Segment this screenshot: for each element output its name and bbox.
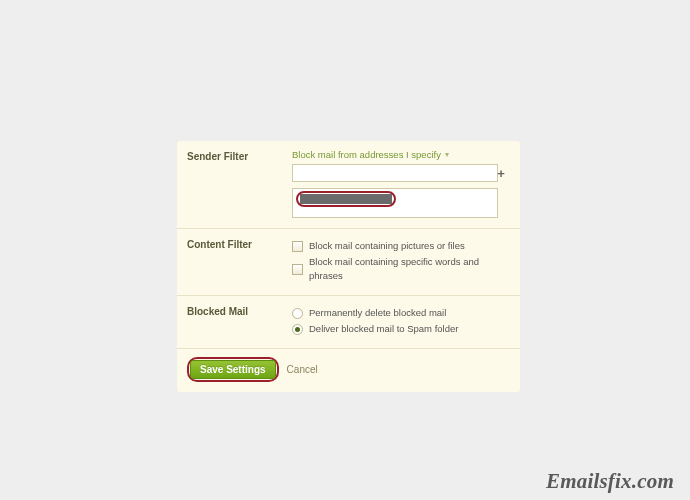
redacted-entry-icon xyxy=(300,194,392,204)
opt-perm-delete[interactable]: Permanently delete blocked mail xyxy=(292,306,510,320)
opt-deliver-spam[interactable]: Deliver blocked mail to Spam folder xyxy=(292,322,510,336)
redacted-highlight xyxy=(296,191,396,207)
watermark: Emailsfix.com xyxy=(546,469,674,494)
save-button[interactable]: Save Settings xyxy=(190,360,276,379)
cancel-button[interactable]: Cancel xyxy=(287,364,318,375)
section-sender-filter: Sender Filter Block mail from addresses … xyxy=(177,141,520,229)
footer: Save Settings Cancel xyxy=(177,349,520,392)
address-input[interactable] xyxy=(292,164,498,182)
radio-icon[interactable] xyxy=(292,308,303,319)
settings-panel: Sender Filter Block mail from addresses … xyxy=(177,141,520,392)
checkbox-icon[interactable] xyxy=(292,264,303,275)
opt-block-words-label: Block mail containing specific words and… xyxy=(309,255,510,283)
address-input-row: + xyxy=(292,164,510,182)
section-content-filter: Content Filter Block mail containing pic… xyxy=(177,229,520,296)
content-filter-body: Block mail containing pictures or files … xyxy=(292,237,510,285)
plus-icon: + xyxy=(497,166,505,181)
sender-filter-mode-text: Block mail from addresses I specify xyxy=(292,149,441,160)
opt-block-pictures-label: Block mail containing pictures or files xyxy=(309,239,465,253)
add-address-button[interactable]: + xyxy=(492,164,510,182)
opt-deliver-spam-label: Deliver blocked mail to Spam folder xyxy=(309,322,458,336)
radio-icon[interactable] xyxy=(292,324,303,335)
section-blocked-mail: Blocked Mail Permanently delete blocked … xyxy=(177,296,520,349)
save-highlight: Save Settings xyxy=(187,357,279,382)
opt-perm-delete-label: Permanently delete blocked mail xyxy=(309,306,446,320)
checkbox-icon[interactable] xyxy=(292,241,303,252)
sender-filter-label: Sender Filter xyxy=(187,149,292,218)
blocked-mail-body: Permanently delete blocked mail Deliver … xyxy=(292,304,510,338)
sender-filter-mode-dropdown[interactable]: Block mail from addresses I specify ▾ xyxy=(292,149,449,160)
content-filter-label: Content Filter xyxy=(187,237,292,285)
opt-block-pictures[interactable]: Block mail containing pictures or files xyxy=(292,239,510,253)
chevron-down-icon: ▾ xyxy=(445,150,449,159)
address-list[interactable] xyxy=(292,188,498,218)
blocked-mail-label: Blocked Mail xyxy=(187,304,292,338)
sender-filter-body: Block mail from addresses I specify ▾ + xyxy=(292,149,510,218)
opt-block-words[interactable]: Block mail containing specific words and… xyxy=(292,255,510,283)
